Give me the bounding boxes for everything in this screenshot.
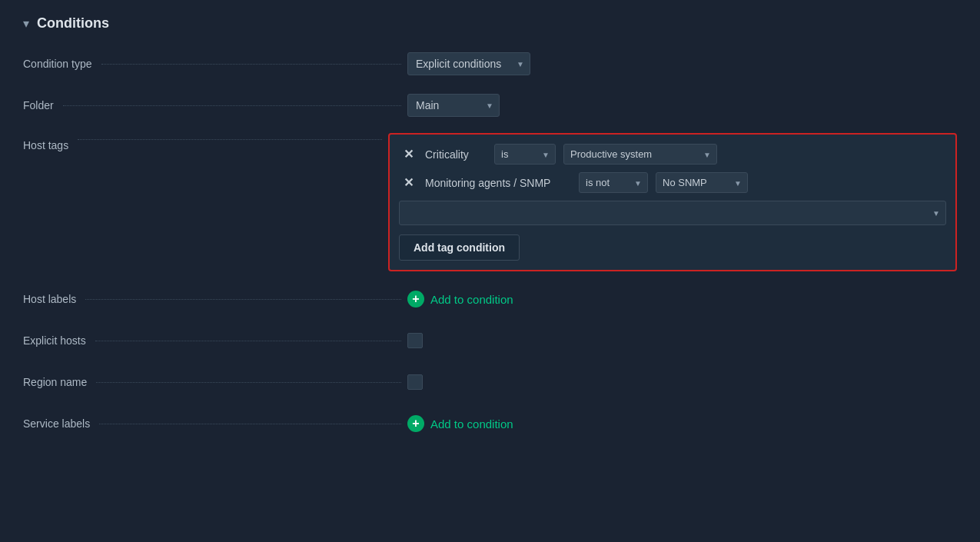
explicit-hosts-checkbox[interactable] <box>407 333 423 348</box>
explicit-hosts-label: Explicit hosts <box>23 334 407 347</box>
dotted-separator <box>99 424 401 424</box>
section-title: Conditions <box>37 15 109 32</box>
folder-label: Folder <box>23 99 407 111</box>
condition-type-select-wrapper: Explicit conditions <box>407 52 530 75</box>
host-tags-box: ✕ Criticality is Productive system ✕ Mon… <box>388 133 957 271</box>
tag-2-value-wrapper: No SNMP <box>656 172 748 193</box>
condition-type-label: Condition type <box>23 58 407 70</box>
host-tags-label: Host tags <box>23 133 388 151</box>
tag-2-operator-wrapper: is not <box>579 172 648 193</box>
dotted-separator <box>95 341 401 341</box>
plus-circle-2-icon: + <box>407 415 424 432</box>
region-name-row: Region name <box>23 368 957 396</box>
tag-1-operator-wrapper: is <box>494 144 556 165</box>
remove-tag-1-button[interactable]: ✕ <box>399 145 417 164</box>
chevron-down-icon[interactable]: ▾ <box>23 16 29 31</box>
tag-1-value-wrapper: Productive system <box>563 144 717 165</box>
folder-row: Folder Main <box>23 91 957 119</box>
folder-select-wrapper: Main <box>407 94 500 117</box>
dotted-separator <box>85 299 401 300</box>
tag-row-2: ✕ Monitoring agents / SNMP is not No SNM… <box>399 172 946 193</box>
tag-1-name: Criticality <box>425 148 487 161</box>
explicit-hosts-control <box>407 333 423 348</box>
service-labels-add-text: Add to condition <box>430 417 513 431</box>
host-tags-row: Host tags ✕ Criticality is Productive sy… <box>23 133 957 271</box>
region-name-label: Region name <box>23 376 407 388</box>
remove-tag-2-button[interactable]: ✕ <box>399 174 417 192</box>
new-tag-select-wrapper <box>399 201 946 225</box>
region-name-control <box>407 374 423 390</box>
tag-2-value-select[interactable]: No SNMP <box>656 172 748 193</box>
folder-control: Main <box>407 94 500 117</box>
dotted-separator <box>101 64 401 65</box>
service-labels-row: Service labels + Add to condition <box>23 410 957 437</box>
explicit-hosts-row: Explicit hosts <box>23 327 957 354</box>
condition-type-control: Explicit conditions <box>407 52 530 75</box>
tag-2-operator-select[interactable]: is not <box>579 172 648 193</box>
add-tag-condition-button[interactable]: Add tag condition <box>399 234 520 261</box>
service-labels-add-to-condition[interactable]: + Add to condition <box>407 415 513 432</box>
host-labels-row: Host labels + Add to condition <box>23 285 957 313</box>
host-labels-control: + Add to condition <box>407 291 513 308</box>
dotted-separator <box>78 139 382 140</box>
empty-select-row <box>399 201 946 225</box>
condition-type-row: Condition type Explicit conditions <box>23 50 957 78</box>
tag-row-1: ✕ Criticality is Productive system <box>399 144 946 165</box>
region-name-checkbox[interactable] <box>407 374 423 390</box>
host-labels-label: Host labels <box>23 293 407 305</box>
condition-type-select[interactable]: Explicit conditions <box>407 52 530 75</box>
tag-1-operator-select[interactable]: is <box>494 144 556 165</box>
service-labels-control: + Add to condition <box>407 415 513 432</box>
service-labels-label: Service labels <box>23 417 407 430</box>
host-labels-add-text: Add to condition <box>430 293 513 306</box>
dotted-separator <box>63 105 401 106</box>
section-header: ▾ Conditions <box>23 15 957 32</box>
new-tag-select[interactable] <box>399 201 946 225</box>
plus-circle-icon: + <box>407 291 424 308</box>
folder-select[interactable]: Main <box>407 94 500 117</box>
tag-1-value-select[interactable]: Productive system <box>563 144 717 165</box>
host-tags-control: ✕ Criticality is Productive system ✕ Mon… <box>388 133 957 271</box>
host-labels-add-to-condition[interactable]: + Add to condition <box>407 291 513 308</box>
tag-2-name: Monitoring agents / SNMP <box>425 177 571 189</box>
dotted-separator <box>96 382 401 383</box>
